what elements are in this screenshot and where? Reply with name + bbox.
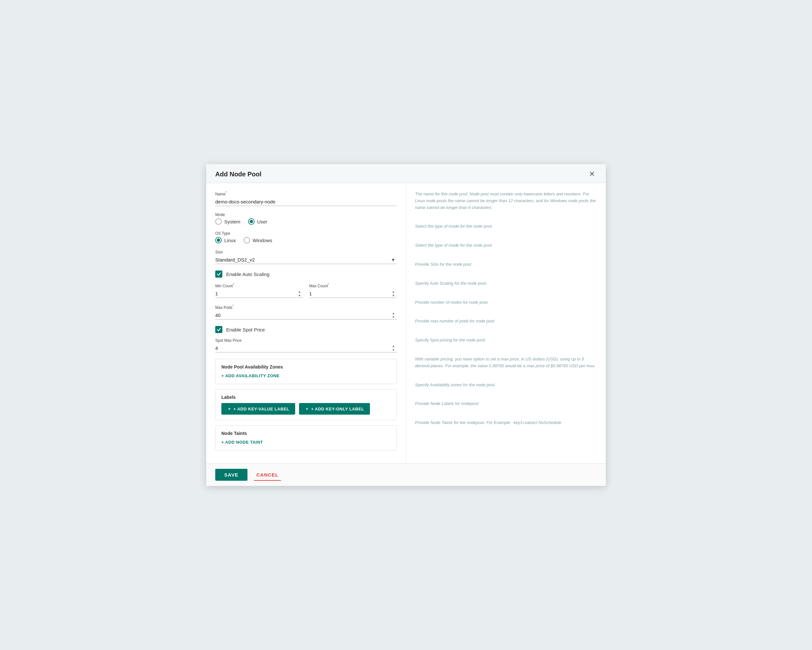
name-input[interactable] [215,198,397,206]
dialog-title: Add Node Pool [215,171,261,178]
spot-max-price-wrapper: ▲ ▼ [215,344,397,352]
min-count-spinners: ▲ ▼ [297,289,302,298]
count-fields: Min Count* ▲ ▼ Max Count* [215,283,397,304]
enable-auto-scaling-row: Enable Auto Scaling [215,271,397,278]
size-select-wrapper: Standard_DS2_v2 ▼ [215,256,397,264]
availability-zones-title: Node Pool Availability Zones [221,364,391,370]
min-count-label: Min Count* [215,283,303,288]
os-windows-radio[interactable] [244,237,250,243]
help-node-taints: Provide Node Taints for the nodepool. Fo… [415,419,597,426]
plus-icon-ko: ＋ [305,406,309,412]
node-taints-title: Node Taints [221,431,391,436]
name-label: Name* [215,191,397,196]
max-pods-field-group: Max Pods* ▲ ▼ [215,304,397,320]
spot-max-price-input[interactable] [215,344,397,352]
max-pods-wrapper: ▲ ▼ [215,311,397,320]
help-column: The name for this node pool. Node pool m… [406,183,606,463]
labels-buttons: ＋ + ADD KEY-VALUE LABEL ＋ + ADD KEY-ONLY… [221,403,391,414]
min-count-field-group: Min Count* ▲ ▼ [215,283,303,298]
mode-system-option[interactable]: System [215,218,240,225]
max-pods-down[interactable]: ▼ [391,315,396,319]
max-count-label: Max Count* [309,283,397,288]
close-button[interactable]: ✕ [587,170,597,178]
os-windows-option[interactable]: Windows [244,237,272,243]
mode-user-radio[interactable] [248,218,255,225]
enable-spot-price-checkbox[interactable] [215,326,222,333]
labels-title: Labels [221,395,391,400]
max-count-input[interactable] [309,289,397,298]
add-key-only-label-button[interactable]: ＋ + ADD KEY-ONLY LABEL [299,403,370,414]
help-availability-zones: Specify Availability zones for the node … [415,382,597,388]
max-pods-input[interactable] [215,311,397,320]
node-taints-section: Node Taints + ADD NODE TAINT [215,425,397,450]
labels-section: Labels ＋ + ADD KEY-VALUE LABEL ＋ + ADD K… [215,389,397,420]
os-linux-label: Linux [224,238,236,243]
max-count-wrapper: ▲ ▼ [309,289,397,298]
size-field-group: Size Standard_DS2_v2 ▼ [215,250,397,264]
size-label: Size [215,250,397,254]
spot-max-price-spinners: ▲ ▼ [391,344,396,352]
dialog-footer: SAVE CANCEL [206,463,606,486]
max-pods-up[interactable]: ▲ [391,312,396,315]
min-count-input[interactable] [215,289,303,298]
save-button[interactable]: SAVE [215,469,247,481]
os-radio-group: Linux Windows [215,237,397,243]
mode-system-label: System [224,219,240,225]
mode-label: Mode [215,213,397,217]
add-availability-zone-button[interactable]: + ADD AVAILABILITY ZONE [221,373,280,378]
os-windows-label: Windows [253,238,272,243]
os-linux-radio[interactable] [215,237,222,243]
spot-max-price-field-group: Spot Max Price ▲ ▼ [215,338,397,352]
help-name: The name for this node pool. Node pool m… [415,191,597,211]
mode-system-radio[interactable] [215,218,222,225]
dialog-header: Add Node Pool ✕ [206,164,606,183]
add-node-taint-button[interactable]: + ADD NODE TAINT [221,440,263,445]
add-key-value-label-button[interactable]: ＋ + ADD KEY-VALUE LABEL [221,403,295,414]
max-pods-spinners: ▲ ▼ [391,311,396,320]
enable-spot-price-label: Enable Spot Price [226,327,265,332]
help-spot-price: Specify Spot pricing for the node pool. [415,337,597,344]
mode-radio-group: System User [215,218,397,225]
max-count-up[interactable]: ▲ [391,290,396,294]
os-type-field-group: OS Type Linux Windows [215,231,397,243]
plus-icon-kv: ＋ [227,406,232,412]
checkmark-icon [217,272,221,276]
help-os-type: Select the type of mode for the node poo… [415,242,597,249]
os-linux-option[interactable]: Linux [215,237,236,243]
help-labels: Provide Node Labels for nodepool [415,401,597,407]
add-node-pool-dialog: Add Node Pool ✕ Name* Mode System [206,164,606,486]
dialog-body: Name* Mode System User [206,183,606,463]
mode-user-label: User [257,219,267,225]
min-count-up[interactable]: ▲ [297,290,302,294]
help-max-pods: Provide max number of pods for node pool… [415,318,597,325]
min-count-down[interactable]: ▼ [297,294,302,298]
max-count-down[interactable]: ▼ [391,294,396,298]
spot-max-price-label: Spot Max Price [215,338,397,343]
spot-max-price-down[interactable]: ▼ [391,348,396,352]
spot-max-price-up[interactable]: ▲ [391,344,396,348]
help-count: Provide number of nodes for node pool. [415,299,597,306]
max-count-spinners: ▲ ▼ [391,289,396,298]
mode-field-group: Mode System User [215,213,397,225]
help-auto-scaling: Specify Auto Scaling for the node pool. [415,280,597,287]
os-type-label: OS Type [215,231,397,236]
help-spot-max-price: With variable pricing, you have option t… [415,356,597,370]
max-count-field-group: Max Count* ▲ ▼ [309,283,397,298]
max-pods-label: Max Pods* [215,304,397,310]
size-select[interactable]: Standard_DS2_v2 [215,256,397,264]
mode-user-option[interactable]: User [248,218,267,225]
enable-spot-price-row: Enable Spot Price [215,326,397,333]
help-size: Provide Size for the node pool [415,261,597,268]
spot-checkmark-icon [217,327,221,332]
enable-auto-scaling-label: Enable Auto Scaling [226,271,269,277]
name-field-group: Name* [215,191,397,206]
min-count-wrapper: ▲ ▼ [215,289,303,298]
form-column: Name* Mode System User [206,183,406,463]
help-mode: Select the type of mode for the node poo… [415,223,597,230]
cancel-button[interactable]: CANCEL [254,469,281,481]
enable-auto-scaling-checkbox[interactable] [215,271,222,278]
availability-zones-section: Node Pool Availability Zones + ADD AVAIL… [215,359,397,384]
